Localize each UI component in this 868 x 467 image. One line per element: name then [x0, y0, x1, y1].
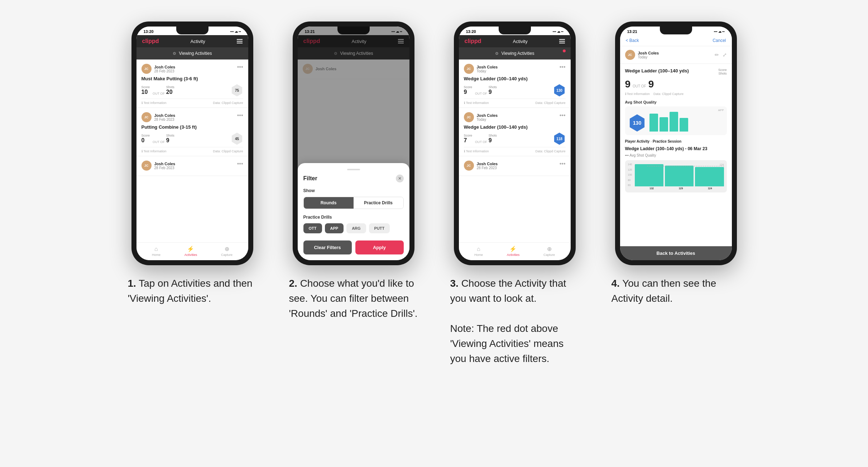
edit-icon-4[interactable]: ✏ — [715, 52, 719, 58]
practice-drills-label-2: Practice Drills — [303, 215, 404, 220]
avatar-4: JC — [625, 50, 635, 60]
status-time-1: 13:20 — [144, 29, 154, 34]
cancel-btn-4[interactable]: Cancel — [713, 38, 726, 43]
notch-4 — [660, 27, 692, 34]
card-header-3b: JC Josh Coles Today ••• — [464, 112, 566, 122]
screen-content-3: JC Josh Coles Today ••• Wedge Ladder (10… — [459, 59, 571, 242]
phone-4-container: 13:21 ▪▪▪ ☁ ▪▪ < Back Cancel JC Josh Col… — [606, 22, 746, 306]
dots-menu-1[interactable]: ••• — [237, 64, 243, 70]
back-btn-4[interactable]: < Back — [626, 38, 639, 43]
activities-icon-3: ⚡ — [509, 246, 517, 252]
bar-chart-4 — [649, 110, 723, 132]
user-name-2: Josh Coles — [154, 113, 176, 118]
viewing-banner-1[interactable]: ⚙ Viewing Activities — [136, 47, 248, 59]
notch-1 — [176, 27, 208, 34]
avatar-3a: JC — [464, 64, 474, 74]
info-left-3b: ℹ Test Information — [464, 149, 489, 153]
screen-1: 13:20 ▪▪▪ ☁ ▪▪ clippd Activity ⚙ Viewing… — [136, 27, 248, 260]
apply-btn-2[interactable]: Apply — [355, 240, 404, 254]
chip-ott-2[interactable]: OTT — [303, 223, 322, 233]
dots-menu-3b[interactable]: ••• — [560, 112, 566, 119]
nav-home-3[interactable]: ⌂ Home — [474, 246, 483, 257]
bar-2-4 — [660, 117, 668, 132]
filter-chips-2: OTT APP ARG PUTT — [303, 223, 404, 233]
phone-2-container: 13:21 ▪▪▪ ☁ ▪▪ clippd Activity ⚙ Viewing… — [284, 22, 423, 321]
dots-menu-3[interactable]: ••• — [237, 161, 243, 167]
clear-filters-btn-2[interactable]: Clear Filters — [303, 240, 352, 254]
toggle-group-2: Rounds Practice Drills — [303, 197, 404, 209]
full-bar-1 — [635, 164, 663, 186]
quality-hex-4: 130 — [629, 114, 646, 132]
modal-header-2: Filter ✕ — [303, 175, 404, 182]
back-to-activities-btn-4[interactable]: Back to Activities — [620, 246, 732, 260]
activity-title-1: Must Make Putting (3-6 ft) — [142, 76, 243, 81]
red-dot-3 — [563, 49, 566, 52]
user-info-3b: JC Josh Coles Today — [464, 112, 498, 122]
status-icons-3: ▪▪▪ ☁ ▪▪ — [553, 30, 564, 33]
caption-1: 1. Tap on Activities and then 'Viewing A… — [128, 276, 257, 306]
dots-menu-3a[interactable]: ••• — [560, 64, 566, 70]
info-right-1: Data: Clippd Capture — [213, 101, 243, 105]
menu-icon-3[interactable] — [559, 39, 565, 43]
chip-putt-2[interactable]: PUTT — [369, 223, 390, 233]
screen-4: 13:21 ▪▪▪ ☁ ▪▪ < Back Cancel JC Josh Col… — [620, 27, 732, 260]
user-name-3c: Josh Coles — [477, 162, 498, 166]
viewing-banner-3[interactable]: ⚙ Viewing Activities — [459, 47, 571, 59]
card-footer-2: ℹ Test Information Data: Clippd Capture — [142, 147, 243, 153]
chip-app-2[interactable]: APP — [325, 223, 344, 233]
banner-text-1: Viewing Activities — [179, 51, 212, 56]
drill-subtitle-4: ••• Avg Shot Quality — [625, 153, 727, 157]
filter-icon-1: ⚙ — [173, 51, 176, 56]
activity-card-3b[interactable]: JC Josh Coles Today ••• Wedge Ladder (10… — [459, 108, 571, 156]
bar-1-4 — [649, 114, 658, 132]
detail-user-info-4: JC Josh Coles Today — [625, 50, 659, 60]
activity-card-1[interactable]: JC Josh Coles 28 Feb 2023 ••• Must Make … — [136, 59, 248, 108]
app-title-3: Activity — [513, 39, 527, 44]
activity-card-3[interactable]: JC Josh Coles 28 Feb 2023 ••• — [136, 156, 248, 176]
practice-session-tag-4: Player Activity › Practice Session — [625, 139, 727, 143]
card-header-2: JC Josh Coles 28 Feb 2023 ••• — [142, 112, 243, 122]
detail-user-date-4: Today — [638, 55, 659, 59]
user-date-3a: Today — [477, 69, 498, 73]
info-left-1: ℹ Test Information — [142, 101, 167, 105]
practice-btn-2[interactable]: Practice Drills — [354, 197, 403, 209]
user-info-3: JC Josh Coles 28 Feb 2023 — [142, 161, 176, 171]
info-left-3a: ℹ Test Information — [464, 101, 489, 105]
dots-menu-3c[interactable]: ••• — [560, 161, 566, 167]
user-date-1: 28 Feb 2023 — [154, 69, 176, 73]
quality-badge-3a: 130 — [553, 84, 566, 96]
expand-icon-4[interactable]: ⤢ — [723, 52, 727, 58]
banner-text-3: Viewing Activities — [502, 51, 534, 56]
capture-icon-3: ⊕ — [547, 246, 552, 252]
activity-card-3c[interactable]: JC Josh Coles 28 Feb 2023 ••• — [459, 156, 571, 176]
menu-icon-1[interactable] — [237, 39, 243, 43]
screen-3: 13:20 ▪▪▪ ☁ ▪▪ clippd Activity ⚙ Viewing… — [459, 27, 571, 260]
info-right-3a: Data: Clippd Capture — [535, 101, 565, 105]
nav-activities-3[interactable]: ⚡ Activities — [507, 246, 520, 257]
detail-title-4: Wedge Ladder (100–140 yds) — [625, 68, 718, 73]
bar-4-4 — [680, 118, 688, 132]
quality-badge-2: 45 — [231, 133, 243, 145]
info-right-3b: Data: Clippd Capture — [535, 149, 565, 153]
close-modal-btn-2[interactable]: ✕ — [396, 175, 404, 182]
modal-handle-2 — [347, 169, 360, 170]
full-bar-3 — [695, 167, 724, 186]
stats-row-2: Score 0 OUT OF Shots 9 45 — [142, 133, 243, 145]
status-icons-4: ▪▪▪ ☁ ▪▪ — [714, 30, 725, 33]
app-header-1: clippd Activity — [136, 35, 248, 47]
nav-activities-1[interactable]: ⚡ Activities — [184, 246, 197, 257]
caption-2: 2. Choose what you'd like to see. You ca… — [289, 276, 418, 321]
activity-card-3a[interactable]: JC Josh Coles Today ••• Wedge Ladder (10… — [459, 59, 571, 108]
nav-home-1[interactable]: ⌂ Home — [152, 246, 160, 257]
activity-card-2[interactable]: JC Josh Coles 28 Feb 2023 ••• Putting Co… — [136, 108, 248, 156]
caption-4: 4. You can then see the Activity detail. — [612, 276, 740, 306]
info-right-2: Data: Clippd Capture — [213, 149, 243, 153]
nav-capture-1[interactable]: ⊕ Capture — [221, 246, 232, 257]
chip-arg-2[interactable]: ARG — [346, 223, 366, 233]
avatar-3b: JC — [464, 112, 474, 122]
card-footer-1: ℹ Test Information Data: Clippd Capture — [142, 99, 243, 105]
dots-menu-2[interactable]: ••• — [237, 112, 243, 119]
nav-capture-3[interactable]: ⊕ Capture — [543, 246, 555, 257]
rounds-btn-2[interactable]: Rounds — [304, 197, 354, 209]
detail-score-4: 9 — [625, 78, 631, 90]
